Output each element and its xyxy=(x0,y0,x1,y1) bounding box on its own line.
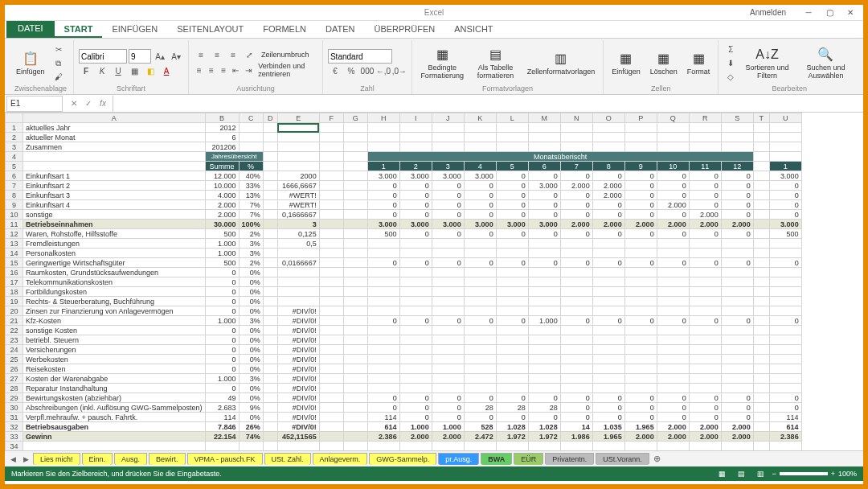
cell-C11[interactable]: 100% xyxy=(239,220,263,229)
cell-m9-23[interactable] xyxy=(624,335,657,345)
indent-inc-button[interactable]: ⇥ xyxy=(243,64,253,76)
cell-E31[interactable]: #DIV/0! xyxy=(277,413,319,422)
cell-m11-24[interactable] xyxy=(689,345,721,355)
cell-C16[interactable]: 0% xyxy=(239,268,263,277)
cell-A29[interactable]: Bewirtungskosten (abziehbar) xyxy=(23,393,206,403)
cell-C32[interactable]: 26% xyxy=(239,422,263,432)
row-header-30[interactable]: 30 xyxy=(6,403,23,413)
sheet-tab-vpma---pausch-fk[interactable]: VPMA - pausch.FK xyxy=(187,453,263,465)
col-header-J[interactable]: J xyxy=(432,113,464,123)
cell-m10-15[interactable]: 0 xyxy=(657,258,689,268)
cell-C13[interactable]: 3% xyxy=(239,239,263,249)
cell-G27[interactable] xyxy=(343,374,367,384)
cell-m6-15[interactable]: 0 xyxy=(528,258,560,268)
zoom-out-button[interactable]: − xyxy=(772,470,776,478)
cell-G31[interactable] xyxy=(343,413,367,422)
cell-m3-31[interactable]: 0 xyxy=(432,413,464,422)
sheet-tab-lies-mich-[interactable]: Lies mich! xyxy=(33,453,80,465)
cell-m2-21[interactable]: 0 xyxy=(399,316,432,326)
cell-D3[interactable] xyxy=(263,142,277,152)
cell-G10[interactable] xyxy=(343,210,367,220)
cell-m5-10[interactable]: 0 xyxy=(496,210,528,220)
row-2[interactable]: 2aktueller Monat6 xyxy=(6,133,802,142)
cell-m4-13[interactable] xyxy=(464,239,496,249)
cell-A14[interactable]: Personalkosten xyxy=(23,249,206,258)
row-header-24[interactable]: 24 xyxy=(6,345,23,355)
cell-D13[interactable] xyxy=(263,239,277,249)
cell-D17[interactable] xyxy=(263,277,277,287)
cell-m4-31[interactable]: 0 xyxy=(464,413,496,422)
cell-F2[interactable] xyxy=(319,133,343,142)
cell-m8-33[interactable]: 1.965 xyxy=(592,432,624,442)
cell-m2-30[interactable]: 0 xyxy=(399,403,432,413)
cell-m2-25[interactable] xyxy=(399,355,432,364)
cell-U6[interactable]: 3.000 xyxy=(769,171,801,181)
cell-m8-19[interactable] xyxy=(592,297,624,306)
cell-A8[interactable]: Einkunftsart 3 xyxy=(23,191,206,200)
cell-m3-7[interactable]: 0 xyxy=(432,181,464,191)
cell-A27[interactable]: Kosten der Warenabgabe xyxy=(23,374,206,384)
cell-m11-33[interactable]: 2.000 xyxy=(689,432,721,442)
col-header-H[interactable]: H xyxy=(367,113,399,123)
sheet-tab-gwg-sammelp-[interactable]: GWG-Sammelp. xyxy=(369,453,436,465)
row-15[interactable]: 15Geringwertige Wirtschaftsgüter5002%0,0… xyxy=(6,258,802,268)
col-header-B[interactable]: B xyxy=(205,113,239,123)
cell-E21[interactable]: #DIV/0! xyxy=(277,316,319,326)
number-format-select[interactable] xyxy=(328,49,392,64)
cell-U34[interactable] xyxy=(769,442,801,451)
cell-m5-16[interactable] xyxy=(496,268,528,277)
row-header-13[interactable]: 13 xyxy=(6,239,23,249)
add-sheet-button[interactable]: ⊕ xyxy=(650,453,665,466)
view-break-button[interactable]: ▥ xyxy=(752,468,768,479)
cell-B12[interactable]: 500 xyxy=(205,229,239,239)
cell-m1-29[interactable]: 0 xyxy=(367,393,399,403)
cell-m11-25[interactable] xyxy=(689,355,721,364)
cell-U23[interactable] xyxy=(769,335,801,345)
cell-U27[interactable] xyxy=(769,374,801,384)
cell-m5-20[interactable] xyxy=(496,306,528,316)
cell-E2[interactable] xyxy=(277,133,319,142)
clear-button[interactable]: ◇ xyxy=(723,71,738,84)
cell-m6-22[interactable] xyxy=(528,326,560,335)
thousand-button[interactable]: 000 xyxy=(360,64,375,77)
cell-E26[interactable]: #DIV/0! xyxy=(277,364,319,374)
cell-m4-32[interactable]: 528 xyxy=(464,422,496,432)
cell-m2-27[interactable] xyxy=(399,374,432,384)
row-23[interactable]: 23betriebl. Steuern00%#DIV/0! xyxy=(6,335,802,345)
table-format-button[interactable]: ▤Als Tabelle formatieren xyxy=(470,44,520,82)
cell-m1-13[interactable] xyxy=(367,239,399,249)
cell-m1-22[interactable] xyxy=(367,326,399,335)
row-header-16[interactable]: 16 xyxy=(6,268,23,277)
cell-m8-22[interactable] xyxy=(592,326,624,335)
cell-m1-6[interactable]: 3.000 xyxy=(367,171,399,181)
cell-m6-14[interactable] xyxy=(528,249,560,258)
align-center-button[interactable]: ≡ xyxy=(206,64,216,76)
sort-filter-button[interactable]: A↓ZSortieren und Filtern xyxy=(741,44,793,82)
cell-E10[interactable]: 0,1666667 xyxy=(277,210,319,220)
cell-m5-26[interactable] xyxy=(496,364,528,374)
cell-B26[interactable]: 0 xyxy=(205,364,239,374)
cell-m9-22[interactable] xyxy=(624,326,657,335)
cell-A21[interactable]: Kfz-Kosten xyxy=(23,316,206,326)
cell-m3-28[interactable] xyxy=(432,384,464,393)
formula-input[interactable] xyxy=(113,96,863,112)
enter-icon[interactable]: ✓ xyxy=(82,97,95,110)
cell-m3-14[interactable] xyxy=(432,249,464,258)
cell-G34[interactable] xyxy=(343,442,367,451)
cell-m7-25[interactable] xyxy=(560,355,592,364)
cell-m2-9[interactable]: 0 xyxy=(399,200,432,210)
cell-m9-29[interactable]: 0 xyxy=(624,393,657,403)
row-11[interactable]: 11Betriebseinnahmen30.000100%33.0003.000… xyxy=(6,220,802,229)
cell-G25[interactable] xyxy=(343,355,367,364)
cell-E28[interactable]: #DIV/0! xyxy=(277,384,319,393)
cell-F28[interactable] xyxy=(319,384,343,393)
cell-m7-30[interactable]: 0 xyxy=(560,403,592,413)
cell-m8-28[interactable] xyxy=(592,384,624,393)
cell-D2[interactable] xyxy=(263,133,277,142)
inc-decimal-button[interactable]: ←,0 xyxy=(376,64,391,77)
row-header-9[interactable]: 9 xyxy=(6,200,23,210)
row-28[interactable]: 28Reparatur Instandhaltung00%#DIV/0! xyxy=(6,384,802,393)
row-19[interactable]: 19Rechts- & Steuerberatung, Buchführung0… xyxy=(6,297,802,306)
maximize-button[interactable]: ▢ xyxy=(820,6,839,19)
cell-B15[interactable]: 500 xyxy=(205,258,239,268)
